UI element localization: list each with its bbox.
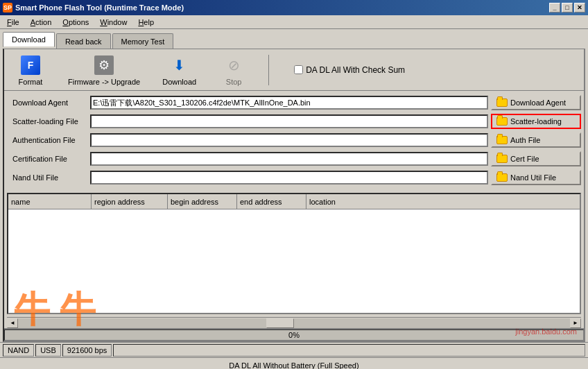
format-button[interactable]: F Format	[10, 53, 51, 87]
main-content: F Format ⚙ Firmware -> Upgrade ⬇ Downloa…	[3, 49, 585, 342]
status-nand: NAND	[3, 344, 34, 357]
file-table: name region address begin address end ad…	[7, 193, 581, 314]
btn-auth-file[interactable]: Auth File	[491, 132, 581, 148]
maximize-button[interactable]: □	[562, 3, 573, 12]
folder-icon-cert	[496, 155, 508, 163]
checksum-area: DA DL All With Check Sum	[294, 65, 405, 75]
tab-memorytest[interactable]: Memory Test	[112, 33, 174, 49]
field-row-download-agent: Download Agent Download Agent	[7, 94, 581, 112]
app-icon: SP	[3, 3, 12, 12]
table-header: name region address begin address end ad…	[8, 194, 580, 209]
menu-options[interactable]: Options	[58, 16, 93, 28]
toolbar: F Format ⚙ Firmware -> Upgrade ⬇ Downloa…	[4, 49, 584, 91]
col-header-location: location	[306, 194, 580, 209]
toolbar-separator	[268, 55, 269, 85]
close-button[interactable]: ✕	[574, 3, 585, 12]
bottom-label: DA DL All Without Battery (Full Speed)	[229, 361, 358, 370]
menu-help[interactable]: Help	[134, 16, 158, 28]
field-label-nand-util: Nand Util File	[7, 173, 90, 182]
folder-icon-auth	[496, 136, 508, 144]
tab-download[interactable]: Download	[3, 32, 55, 47]
menu-action[interactable]: Action	[26, 16, 56, 28]
scroll-track[interactable]	[18, 318, 570, 328]
tab-readback[interactable]: Read back	[56, 33, 111, 49]
menu-file[interactable]: File	[3, 16, 24, 28]
scroll-thumb[interactable]	[266, 318, 294, 328]
stop-button[interactable]: ⊘ Stop	[213, 53, 254, 87]
field-input-nand-util[interactable]	[90, 171, 488, 184]
download-icon: ⬇	[168, 54, 191, 76]
scroll-right-btn[interactable]: ►	[570, 318, 581, 328]
field-row-certification: Certification File Cert File	[7, 150, 581, 168]
col-header-end: end address	[237, 194, 306, 209]
status-bar: NAND USB 921600 bps	[0, 342, 588, 357]
fields-area: Download Agent Download Agent Scatter-lo…	[4, 91, 584, 190]
field-label-scatter-loading: Scatter-loading File	[7, 117, 90, 126]
col-header-name: name	[8, 194, 92, 209]
field-row-scatter-loading: Scatter-loading File Scatter-loading	[7, 112, 581, 130]
stop-icon: ⊘	[223, 54, 245, 76]
minimize-button[interactable]: _	[549, 3, 560, 12]
btn-scatter-loading[interactable]: Scatter-loading	[491, 114, 581, 129]
field-input-scatter-loading[interactable]	[90, 114, 488, 128]
progress-text: 0%	[288, 331, 300, 339]
field-row-nand-util: Nand Util File Nand Util File	[7, 169, 581, 187]
btn-download-agent[interactable]: Download Agent	[491, 95, 581, 110]
field-input-download-agent[interactable]	[90, 96, 488, 110]
field-label-download-agent: Download Agent	[7, 98, 90, 107]
folder-icon	[496, 98, 508, 107]
field-input-authentication[interactable]	[90, 133, 488, 147]
btn-nand-util[interactable]: Nand Util File	[491, 170, 581, 185]
field-label-certification: Certification File	[7, 155, 90, 163]
tab-bar: Download Read back Memory Test	[0, 29, 588, 49]
btn-cert-file[interactable]: Cert File	[491, 151, 581, 166]
field-row-authentication: Authentication File Auth File	[7, 131, 581, 149]
window-title: Smart Phone Flash Tool (Runtime Trace Mo…	[15, 3, 184, 12]
title-bar: SP Smart Phone Flash Tool (Runtime Trace…	[0, 0, 588, 15]
table-body	[8, 209, 580, 314]
checksum-label: DA DL All With Check Sum	[306, 65, 405, 75]
status-extra	[113, 344, 585, 357]
status-usb: USB	[35, 344, 61, 357]
menu-window[interactable]: Window	[96, 16, 131, 28]
folder-icon-scatter	[496, 117, 508, 126]
horizontal-scrollbar[interactable]: ◄ ►	[7, 317, 581, 328]
folder-icon-nand	[496, 173, 508, 182]
progress-bar-container: 0%	[4, 329, 584, 341]
status-baud: 921600 bps	[62, 344, 112, 357]
firmware-icon: ⚙	[93, 54, 115, 76]
format-icon: F	[19, 54, 42, 76]
progress-area: 0%	[4, 328, 584, 341]
scroll-left-btn[interactable]: ◄	[7, 318, 18, 328]
bottom-bar: DA DL All Without Battery (Full Speed)	[0, 357, 588, 369]
menu-bar: File Action Options Window Help	[0, 15, 588, 29]
checksum-checkbox[interactable]	[294, 65, 303, 74]
col-header-begin: begin address	[168, 194, 237, 209]
download-button[interactable]: ⬇ Download	[157, 53, 202, 87]
field-input-certification[interactable]	[90, 152, 488, 166]
firmware-button[interactable]: ⚙ Firmware -> Upgrade	[62, 53, 146, 87]
col-header-region: region address	[92, 194, 168, 209]
field-label-authentication: Authentication File	[7, 136, 90, 144]
